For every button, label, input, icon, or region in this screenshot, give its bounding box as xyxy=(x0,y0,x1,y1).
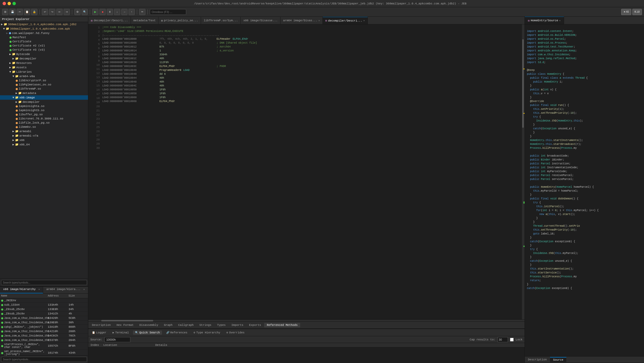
tree-pkg[interactable]: ▶ ⬤ com.wallpaper.hd.funny xyxy=(0,31,88,35)
tree-armeabi[interactable]: ▶ 📁 armeabi xyxy=(0,129,88,133)
toolbar-btn-3[interactable]: ✂ xyxy=(17,9,23,15)
toolbar-btn-7[interactable]: ↪ xyxy=(49,9,55,15)
homeentry-close-icon[interactable]: ✕ xyxy=(559,19,560,22)
hier-row-startproc[interactable]: ⬤ startProcess_(_JNIEnv*, char const*, c… xyxy=(0,342,88,349)
hier-row-java-the[interactable]: ⬤ Java_com_w_thsz_InsideUse_thE 15378h 2… xyxy=(0,338,88,342)
tree-item-apk[interactable]: ▼ 📁 360Wallpaper_1.0.4_apkcombo.com.apk xyxy=(0,26,88,31)
tab-metadata[interactable]: metadata/Text xyxy=(131,17,159,24)
editor-scrollbar-thumb[interactable] xyxy=(522,39,524,128)
toolbar-btn-run[interactable]: ▶ xyxy=(92,9,98,15)
tab-strings[interactable]: Strings xyxy=(197,323,214,327)
toolbar-btn-8[interactable]: ⇐ xyxy=(56,9,63,15)
tree-cert[interactable]: ⬤ Certificate xyxy=(0,39,88,44)
toolbar-btn-6[interactable]: ↩ xyxy=(42,9,48,15)
console-terminal-tab[interactable]: ▶ Terminal xyxy=(111,331,131,335)
toolbar-btn-pencil[interactable]: ✏ xyxy=(139,9,145,15)
right-source-code[interactable]: import android.content.Intent; import an… xyxy=(525,24,644,356)
code-editor-area[interactable]: 12345 678910 1112131415 1617181920 21222… xyxy=(88,24,525,319)
tree-lapmin-b[interactable]: ⬤ lapminsightb.so xyxy=(0,108,88,112)
tree-x8664[interactable]: ▶ 📁 x86_64 xyxy=(0,142,88,147)
tree-metadata[interactable]: ▶ 📁 metadata xyxy=(0,91,88,95)
toolbar-btn-over[interactable]: → xyxy=(121,9,128,15)
toolbar-ki-btn[interactable]: ✕ KI xyxy=(621,9,631,15)
tree-lapmin-a[interactable]: ⬤ lapminsighta.so xyxy=(0,104,88,108)
minimize-button[interactable] xyxy=(8,2,11,5)
hier-row-java-thb[interactable]: ⬤ Java_com_w_thsz_InsideUse_thB 13420h 5… xyxy=(0,316,88,320)
toolbar-btn-out[interactable]: ↑ xyxy=(129,9,135,15)
tree-libraries[interactable]: ▼ 📁 Libraries xyxy=(0,70,88,74)
omnibox-input[interactable] xyxy=(150,9,186,15)
tree-assets[interactable]: ▶ 📁 Assets xyxy=(0,65,88,70)
editor-hscrollbar[interactable] xyxy=(88,319,525,321)
hier-row-java-tha[interactable]: ⬤ Java_com_w_thsz_InsideUse_thA 139E0h 3… xyxy=(0,320,88,325)
tree-armeabi-v7a[interactable]: ▶ 📁 armeabi-v7a xyxy=(0,133,88,138)
tab-decompiler2[interactable]: ⊞ decompiler/Descri... ✕ xyxy=(323,17,368,24)
tree-x86[interactable]: ▶ 📁 x86 xyxy=(0,138,88,142)
toolbar-btn-stop[interactable]: ■ xyxy=(99,9,106,15)
toolbar-btn-10[interactable]: ⚙ xyxy=(74,9,81,15)
toolbar-btn-4[interactable]: 📋 xyxy=(24,9,30,15)
hierarchy-rows[interactable]: ⬤ _JNIEnv ⬤ sub_133A4 133A4h 14h xyxy=(0,298,88,355)
tab-description[interactable]: Description xyxy=(89,323,113,327)
tree-arm64[interactable]: ▼ 📁 arm64-v8a xyxy=(0,74,88,78)
right-tab-description[interactable]: Description xyxy=(525,357,550,362)
arm64-hierarchy-close-icon[interactable]: ✕ xyxy=(83,288,85,291)
right-tab-homeentry[interactable]: ⊞ HomeEntry/Source ✕ xyxy=(525,17,564,24)
lock-checkbox[interactable] xyxy=(510,338,514,341)
console-typehierarchy-tab[interactable]: ⚙ Type Hierarchy xyxy=(192,331,222,335)
tree-root-item[interactable]: ▶ 📁 360Wallpaper_1.0.4_apkcombo.com.apk.… xyxy=(0,22,88,26)
tree-x86image[interactable]: ▼ 📁 x86-image xyxy=(0,95,88,100)
tree-libcronet[interactable]: ⬤ libcronet.76.0.3809.111.so xyxy=(0,117,88,121)
tree-manifest[interactable]: ⬤ Manifest xyxy=(0,35,88,39)
results-area[interactable] xyxy=(88,347,525,363)
tab-libthreewp[interactable]: libThreeWP.so/Sym... xyxy=(201,17,241,24)
tree-x86-decompiler[interactable]: ▶ 📁 decompiler xyxy=(0,100,88,104)
editor-scrollbar[interactable] xyxy=(522,24,525,319)
console-logger-tab[interactable]: 📋 Logger xyxy=(90,331,109,335)
tree-libbuf[interactable]: ⬤ libuffer_pg.so xyxy=(0,112,88,117)
tab-types[interactable]: Types xyxy=(214,323,228,327)
right-tab-source[interactable]: Source xyxy=(550,357,567,362)
toolbar-btn-2[interactable]: 💾 xyxy=(9,9,16,15)
tab-decompiler1[interactable]: ⊞ decompiler/Descri... xyxy=(88,17,131,24)
decompiler2-close-icon[interactable]: ✕ xyxy=(363,19,365,22)
tree-libenc[interactable]: ⬤ libEncryptorP.so xyxy=(0,78,88,83)
x86-hierarchy-close-icon[interactable]: ✕ xyxy=(38,288,40,291)
cap-input[interactable] xyxy=(498,337,508,342)
hierarchy-search-input[interactable] xyxy=(1,357,87,362)
hier-row-z8sub25c9[interactable]: ⬤ _Z8sub_25c9v 1341Ch 4h xyxy=(0,312,88,316)
tab-arm64disass[interactable]: arm64 image/Disas... ✕ xyxy=(280,17,323,24)
toolbar-btn-5[interactable]: 🔒 xyxy=(31,9,37,15)
hier-row-sub133a4[interactable]: ⬤ sub_133A4 133A4h 14h xyxy=(0,303,88,307)
tab-arm64-hierarchy[interactable]: arm64 image/Hiera... ✕ xyxy=(43,287,88,293)
disasm-content[interactable]: ;=== Code Disassembly === ;Segment:'LOAD… xyxy=(101,24,522,319)
source-input[interactable] xyxy=(104,337,130,342)
toolbar-btn-1[interactable]: ⊞ xyxy=(2,9,8,15)
tab-imports[interactable]: Imports xyxy=(229,323,246,327)
hier-row-java-thc[interactable]: ⬤ Java_com_w_thsz_InsideUse_thC 14210h 2… xyxy=(0,329,88,334)
tab-refmethods[interactable]: Referenced Methods xyxy=(264,323,300,327)
toolbar-btn-9[interactable]: ⇒ xyxy=(64,9,70,15)
hier-row-jnienv[interactable]: ⬤ _JNIEnv xyxy=(0,298,88,303)
console-references-tab[interactable]: 🔗 References xyxy=(164,331,190,335)
tab-callgraph[interactable]: Callgraph xyxy=(176,323,196,327)
maximize-button[interactable] xyxy=(12,2,16,5)
hier-row-setprocname[interactable]: ⬤ set_process_name(_JNIEnv*, _jstring*) … xyxy=(0,349,88,355)
toolbar-btn-debug[interactable]: ⏸ xyxy=(107,9,113,15)
tab-x86disass[interactable]: x86 image/Disasse... xyxy=(241,17,280,24)
console-quicksearch-tab[interactable]: 🔍 Quick Search xyxy=(133,331,162,335)
tab-hexformat[interactable]: Hex Format xyxy=(114,323,136,327)
tree-resources[interactable]: ▶ 📁 Resources xyxy=(0,61,88,65)
close-button[interactable] xyxy=(3,2,6,5)
tab-graph[interactable]: Graph xyxy=(161,323,175,327)
tree-libfile[interactable]: ⬤ libfile_lock_pg.so xyxy=(0,121,88,125)
tree-decompiler[interactable]: ▶ 📁 decompiler xyxy=(0,56,88,61)
toolbar-btn-step[interactable]: ↓ xyxy=(114,9,120,15)
tree-cert2[interactable]: ⬤ Certificate #2 (v2) xyxy=(0,44,88,48)
console-overrides-tab[interactable]: ⚙ Overrides xyxy=(224,331,246,335)
tab-disassembly[interactable]: Disassembly xyxy=(137,323,161,327)
tab-exports[interactable]: Exports xyxy=(246,323,264,327)
tree-cert3[interactable]: ⬤ Certificate #3 (v3) xyxy=(0,48,88,52)
tree-libthree[interactable]: ⬤ libThreeWP.so xyxy=(0,87,88,91)
hier-row-java-thd[interactable]: ⬤ Java_com_w_thsz_InsideUse_thD 14C6Ch 7… xyxy=(0,334,88,338)
